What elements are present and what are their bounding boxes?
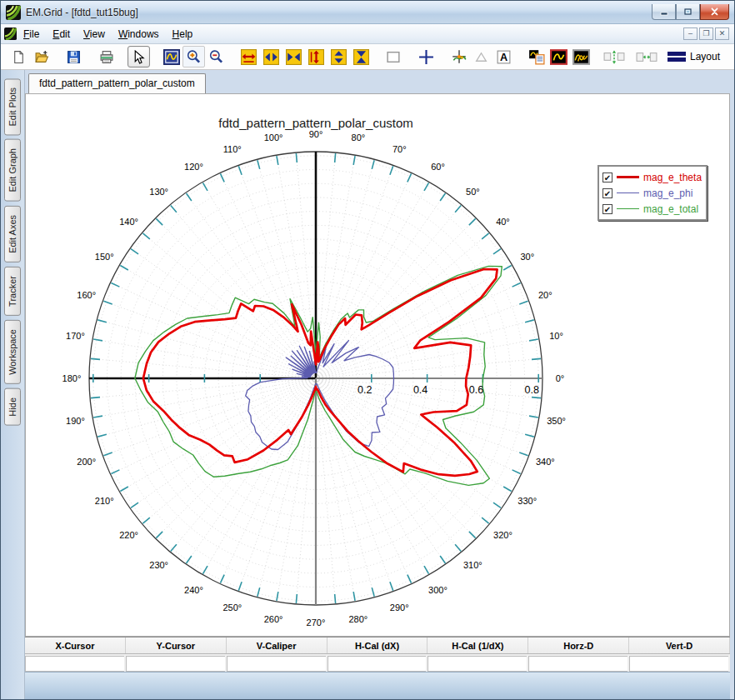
value-y-cursor [126, 656, 225, 672]
sidebar-item-edit-axes[interactable]: Edit Axes [4, 206, 21, 262]
menu-file[interactable]: File [17, 27, 46, 42]
layout-label: Layout [690, 51, 720, 62]
widen-x-icon [263, 49, 279, 65]
svg-text:260°: 260° [264, 614, 283, 624]
select-arrow-button[interactable] [128, 46, 150, 68]
window-minimize-button[interactable] [652, 4, 676, 20]
main-column: fdtd_pattern_pattern_polar_custom 0.20.4… [25, 70, 730, 699]
zoom-fit-button[interactable] [160, 46, 182, 68]
close-icon [710, 8, 719, 16]
crosshair-button[interactable] [415, 46, 438, 68]
marker-button[interactable] [470, 46, 492, 68]
zoom-in-button[interactable] [182, 46, 205, 68]
menu-bar: File Edit View Windows Help – ❐ ✕ [1, 24, 734, 44]
tracker-button[interactable] [448, 46, 470, 68]
svg-text:0.4: 0.4 [413, 384, 428, 396]
svg-text:fdtd_pattern_pattern_polar_cus: fdtd_pattern_pattern_polar_custom [218, 116, 413, 130]
widen-y-button[interactable] [328, 46, 350, 68]
multi-curve-button[interactable] [570, 46, 592, 68]
sidebar-item-workspace[interactable]: Workspace [4, 320, 21, 384]
zoom-window-button[interactable] [382, 46, 405, 68]
window-title: EM.Grid - [fdtd_tut15bug] [26, 7, 652, 18]
save-floppy-icon [67, 50, 81, 64]
svg-text:50°: 50° [466, 187, 480, 197]
print-button[interactable] [95, 46, 118, 68]
legend-row-phi: ✔ mag_e_phi [602, 185, 702, 201]
window-close-button[interactable] [700, 4, 729, 20]
sidebar-item-tracker[interactable]: Tracker [4, 267, 21, 316]
window-restore-button[interactable] [676, 4, 700, 20]
svg-text:340°: 340° [536, 457, 555, 467]
column-x-cursor: X-Cursor [25, 638, 126, 653]
svg-text:290°: 290° [390, 602, 409, 612]
minimize-icon [660, 8, 668, 16]
value-h-cal-1dx [428, 656, 527, 672]
sidebar-item-edit-plots[interactable]: Edit Plots [4, 78, 21, 135]
svg-text:320°: 320° [493, 530, 512, 540]
child-close-button[interactable]: ✕ [715, 28, 729, 40]
svg-text:330°: 330° [518, 496, 537, 506]
legend-checkbox-phi[interactable]: ✔ [602, 188, 612, 198]
widen-x-button[interactable] [260, 46, 282, 68]
svg-text:20°: 20° [538, 290, 552, 300]
open-file-button[interactable] [30, 46, 52, 68]
status-header-row: X-Cursor Y-Cursor V-Caliper H-Cal (dX) H… [25, 638, 730, 654]
text-icon: A [496, 49, 512, 65]
tile-horizontal-button[interactable] [635, 46, 658, 68]
expand-y-button[interactable] [305, 46, 328, 68]
menu-windows[interactable]: Windows [112, 27, 166, 42]
single-curve-button[interactable] [548, 46, 570, 68]
tile-vertical-button[interactable] [602, 46, 625, 68]
svg-text:180°: 180° [62, 373, 82, 383]
tab-bar: fdtd_pattern_pattern_polar_custom [25, 70, 730, 93]
layout-dropdown[interactable]: Layout [668, 51, 729, 62]
legend-checkbox-theta[interactable]: ✔ [602, 172, 612, 182]
menu-help[interactable]: Help [166, 27, 200, 42]
tab-active-plot[interactable]: fdtd_pattern_pattern_polar_custom [28, 73, 206, 93]
column-y-cursor: Y-Cursor [126, 638, 227, 653]
menu-view[interactable]: View [77, 27, 112, 42]
status-value-row [25, 654, 730, 672]
legend-label-phi: mag_e_phi [643, 188, 692, 199]
legend-line-phi-icon [617, 192, 639, 193]
menu-edit[interactable]: Edit [46, 27, 77, 42]
svg-text:350°: 350° [547, 416, 566, 426]
legend-toggle-button[interactable] [525, 46, 548, 68]
svg-text:40°: 40° [496, 217, 510, 227]
svg-text:140°: 140° [119, 217, 138, 227]
child-restore-button[interactable]: ❐ [699, 28, 713, 40]
column-horz-d: Horz-D [528, 638, 629, 653]
value-x-cursor [25, 656, 124, 672]
sidebar-item-edit-graph[interactable]: Edit Graph [4, 139, 21, 202]
add-text-button[interactable]: A [492, 46, 515, 68]
svg-text:120°: 120° [184, 162, 203, 172]
legend-checkbox-total[interactable]: ✔ [602, 204, 612, 214]
expand-x-button[interactable] [238, 46, 260, 68]
title-bar[interactable]: EM.Grid - [fdtd_tut15bug] [1, 1, 734, 24]
column-h-cal-1dx: H-Cal (1/dX) [428, 638, 528, 653]
zoom-out-icon [208, 49, 224, 65]
svg-text:0°: 0° [556, 373, 565, 383]
shrink-x-button[interactable] [282, 46, 305, 68]
legend-row-theta: ✔ mag_e_theta [602, 169, 702, 185]
zoom-out-button[interactable] [205, 46, 228, 68]
svg-text:0.2: 0.2 [358, 384, 372, 396]
svg-text:190°: 190° [66, 416, 85, 426]
svg-text:A: A [500, 52, 508, 63]
svg-text:270°: 270° [307, 618, 326, 628]
svg-text:310°: 310° [463, 560, 482, 570]
svg-text:220°: 220° [119, 530, 138, 540]
content-area: Edit Plots Edit Graph Edit Axes Tracker … [1, 70, 734, 699]
zoom-in-icon [186, 49, 202, 65]
child-minimize-button[interactable]: – [683, 28, 698, 40]
new-file-button[interactable] [8, 46, 30, 68]
save-button[interactable] [62, 46, 85, 68]
plot-panel: 0.20.40.60.80°10°20°30°40°50°60°70°80°90… [25, 93, 730, 637]
svg-text:130°: 130° [149, 187, 168, 197]
svg-text:300°: 300° [428, 585, 448, 595]
svg-text:70°: 70° [392, 144, 407, 154]
shrink-y-button[interactable] [350, 46, 372, 68]
sidebar-item-hide[interactable]: Hide [4, 388, 21, 426]
svg-text:0.6: 0.6 [469, 384, 483, 396]
tracker-icon [451, 49, 468, 65]
